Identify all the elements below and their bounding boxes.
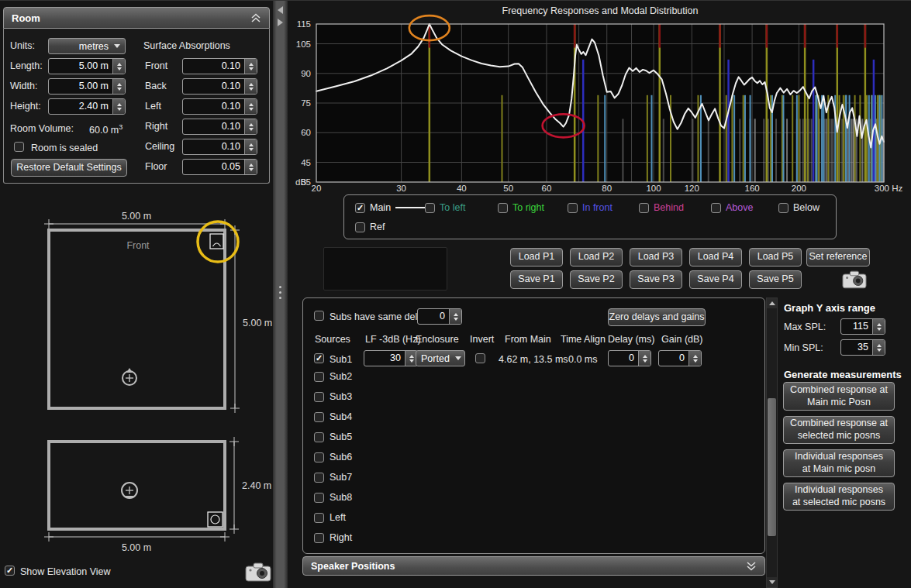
load-p5-button[interactable]: Load P5 xyxy=(749,248,802,266)
expand-down-icon[interactable] xyxy=(746,561,757,571)
above-checkbox[interactable] xyxy=(711,203,721,213)
sub6-checkbox[interactable] xyxy=(314,452,324,462)
room-sealed-checkbox[interactable] xyxy=(14,142,24,152)
sub8-checkbox[interactable] xyxy=(314,493,324,503)
sub3-checkbox[interactable] xyxy=(314,392,324,402)
save-p1-button[interactable]: Save P1 xyxy=(510,270,563,289)
legend-main: Main xyxy=(355,202,425,213)
speaker-positions-header[interactable]: Speaker Positions xyxy=(302,556,765,576)
sub1-delay-spinner[interactable] xyxy=(638,351,650,366)
sub1-invert-checkbox[interactable] xyxy=(475,353,485,363)
panel-splitter[interactable] xyxy=(273,1,288,588)
behind-checkbox[interactable] xyxy=(639,203,649,213)
left-checkbox[interactable] xyxy=(314,513,324,523)
right-scrollbar[interactable] xyxy=(766,297,778,588)
set-reference-button[interactable]: Set reference xyxy=(806,248,870,266)
elevation-room xyxy=(49,442,225,529)
sub5-checkbox[interactable] xyxy=(314,432,324,442)
combined-main-mic-button[interactable]: Combined response at Main mic Posn xyxy=(783,382,895,411)
right-checkbox[interactable] xyxy=(314,533,324,543)
absorption-floor-field[interactable]: 0.05 xyxy=(182,159,257,175)
combined-selected-mics-button[interactable]: Combined response at selected mic posns xyxy=(783,416,895,444)
absorption-floor-spinner[interactable] xyxy=(244,160,257,174)
absorption-back-spinner[interactable] xyxy=(244,79,257,94)
room-volume-label: Room Volume: xyxy=(10,123,74,134)
below-checkbox[interactable] xyxy=(778,203,788,213)
save-p3-button[interactable]: Save P3 xyxy=(630,270,682,289)
absorption-right-spinner[interactable] xyxy=(244,119,257,134)
sub1-checkbox[interactable] xyxy=(314,353,324,363)
to-right-checkbox[interactable] xyxy=(498,203,508,213)
individual-selected-mics-button[interactable]: Individual responses at selected mic pos… xyxy=(783,483,895,511)
svg-text:60: 60 xyxy=(542,184,552,193)
length-field[interactable]: 5.00 m xyxy=(48,58,126,74)
sub1-enclosure-dropdown[interactable]: Ported xyxy=(416,350,465,366)
sub7-checkbox[interactable] xyxy=(314,473,324,483)
absorption-ceiling-field[interactable]: 0.10 xyxy=(182,139,257,155)
absorption-ceiling-spinner[interactable] xyxy=(244,139,257,154)
restore-defaults-button[interactable]: Restore Default Settings xyxy=(11,159,127,177)
invert-header: Invert xyxy=(470,334,494,345)
room-panel-header[interactable]: Room xyxy=(3,7,270,29)
min-spl-spinner[interactable] xyxy=(872,340,885,355)
legend-to-right: To right xyxy=(498,202,544,213)
subs-same-delay-field[interactable]: 0 xyxy=(417,308,462,325)
save-p2-button[interactable]: Save P2 xyxy=(570,270,623,289)
save-preset-row: Save P1Save P2Save P3Save P4Save P5 xyxy=(510,270,802,289)
splitter-grip[interactable] xyxy=(279,283,281,302)
max-spl-field[interactable]: 115 xyxy=(840,318,885,335)
sub1-gain-field[interactable]: 0 xyxy=(658,350,702,366)
max-spl-spinner[interactable] xyxy=(872,319,885,334)
individual-main-mic-button[interactable]: Individual responses at Main mic posn xyxy=(783,449,895,477)
load-p1-button[interactable]: Load P1 xyxy=(510,248,563,266)
sub1-icon-top-view[interactable] xyxy=(210,234,223,249)
subs-same-delay-checkbox[interactable] xyxy=(314,311,324,321)
listener-icon-top-view[interactable] xyxy=(123,368,136,385)
main-checkbox[interactable] xyxy=(355,203,365,213)
ref-checkbox[interactable] xyxy=(355,222,365,232)
load-p2-button[interactable]: Load P2 xyxy=(570,248,623,266)
absorption-front-field[interactable]: 0.10 xyxy=(182,58,257,74)
absorption-left-field[interactable]: 0.10 xyxy=(182,98,257,115)
expand-right-icon[interactable] xyxy=(278,19,283,26)
sub1-icon-elevation[interactable] xyxy=(208,512,223,527)
units-dropdown[interactable]: metres xyxy=(48,38,126,54)
show-elevation-label: Show Elevation View xyxy=(20,566,111,577)
subs-same-delay-spinner[interactable] xyxy=(449,309,461,324)
sub1-gain-spinner[interactable] xyxy=(688,351,701,366)
height-spinner[interactable] xyxy=(112,99,125,114)
load-p3-button[interactable]: Load P3 xyxy=(630,248,682,266)
load-p4-button[interactable]: Load P4 xyxy=(689,248,742,266)
height-field[interactable]: 2.40 m xyxy=(48,98,126,115)
in-front-checkbox[interactable] xyxy=(568,203,578,213)
width-field[interactable]: 5.00 m xyxy=(48,78,126,95)
sub1-delay-field[interactable]: 0 xyxy=(608,350,651,366)
absorption-front-spinner[interactable] xyxy=(244,59,257,74)
show-elevation-checkbox[interactable] xyxy=(5,566,15,576)
speaker-positions-title: Speaker Positions xyxy=(311,561,395,572)
length-spinner[interactable] xyxy=(112,59,125,74)
width-spinner[interactable] xyxy=(112,79,125,94)
absorption-back-field[interactable]: 0.10 xyxy=(182,78,257,95)
absorption-left-spinner[interactable] xyxy=(244,99,257,114)
save-p5-button[interactable]: Save P5 xyxy=(749,270,802,289)
units-label: Units: xyxy=(10,40,35,51)
sub2-checkbox[interactable] xyxy=(314,372,324,382)
sub4-checkbox[interactable] xyxy=(314,412,324,422)
scroll-up-button[interactable] xyxy=(767,298,777,308)
to-left-checkbox[interactable] xyxy=(425,203,435,213)
save-p4-button[interactable]: Save P4 xyxy=(689,270,742,289)
collapse-up-icon[interactable] xyxy=(250,13,261,23)
scrollbar-thumb[interactable] xyxy=(768,398,776,536)
collapse-left-icon[interactable] xyxy=(278,6,283,14)
legend-below: Below xyxy=(778,202,820,213)
capture-chart-button[interactable] xyxy=(842,270,867,291)
scroll-down-button[interactable] xyxy=(767,577,777,587)
min-spl-field[interactable]: 35 xyxy=(840,339,885,356)
absorption-right-field[interactable]: 0.10 xyxy=(182,119,257,135)
sub1-lf-field[interactable]: 30 xyxy=(364,350,418,366)
listener-icon-elevation[interactable] xyxy=(122,483,137,498)
svg-text:120: 120 xyxy=(685,184,699,193)
capture-room-view-button[interactable] xyxy=(245,562,271,584)
zero-delays-gains-button[interactable]: Zero delays and gains xyxy=(608,308,706,326)
